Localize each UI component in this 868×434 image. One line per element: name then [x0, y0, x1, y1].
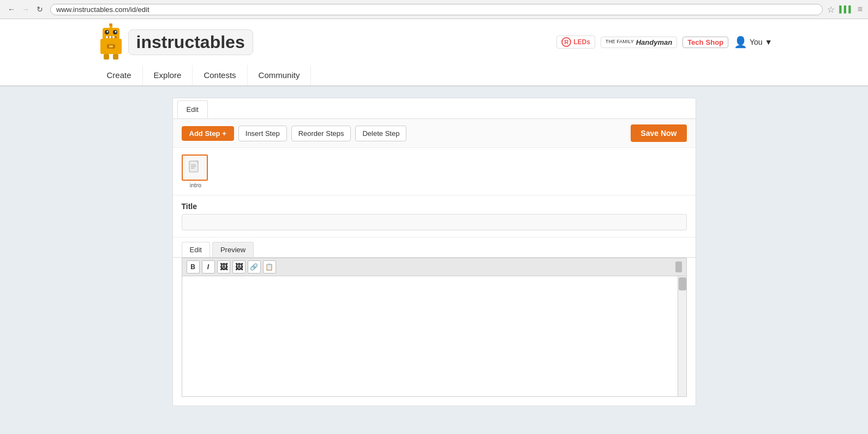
svg-rect-9 [106, 36, 108, 38]
rte-scrollbar-thumb[interactable] [679, 277, 686, 290]
steps-area: intro [173, 148, 696, 195]
site-nav: Create Explore Contests Community [0, 65, 868, 86]
title-input[interactable] [182, 214, 687, 230]
tab-content-preview[interactable]: Preview [212, 242, 254, 257]
save-now-button[interactable]: Save Now [631, 124, 686, 142]
signal-icon: ▌▌▌ [839, 5, 853, 13]
browser-actions: ☆ ▌▌▌ ≡ [827, 4, 863, 15]
editor-toolbar: Add Step + Insert Step Reorder Steps Del… [173, 119, 696, 148]
user-menu[interactable]: 👤 You ▼ [734, 35, 772, 49]
partner-techshop[interactable]: TechShop [683, 37, 728, 48]
logo-bubble: instructables [128, 29, 253, 55]
user-avatar-icon: 👤 [734, 35, 747, 49]
reorder-steps-button[interactable]: Reorder Steps [291, 126, 351, 141]
handyman-label: Handyman [636, 38, 672, 46]
bookmark-icon[interactable]: ☆ [827, 4, 835, 15]
tab-edit-main[interactable]: Edit [177, 100, 208, 118]
address-bar[interactable]: www.instructables.com/id/edit [50, 4, 823, 15]
partner-leds[interactable]: R LEDs [556, 35, 595, 49]
embed-icon: 🖼 [220, 263, 228, 271]
insert-step-button[interactable]: Insert Step [238, 126, 287, 141]
svg-rect-10 [109, 36, 111, 38]
delete-step-button[interactable]: Delete Step [355, 126, 406, 141]
rte-toolbar: B I 🖼 🖼 🔗 📋 [182, 258, 686, 276]
intro-thumb-icon [187, 160, 202, 175]
rte-link-button[interactable]: 🔗 [248, 260, 261, 274]
site-header: instructables R LEDs THE FAMILY Handyman… [0, 19, 868, 87]
header-right: R LEDs THE FAMILY Handyman TechShop 👤 Yo… [556, 35, 772, 49]
rte-scrollbar-track[interactable] [678, 276, 686, 396]
browser-chrome: ← → ↻ www.instructables.com/id/edit ☆ ▌▌… [0, 0, 868, 19]
user-label: You [750, 38, 763, 46]
rte-embed2-button[interactable]: 🖼 [232, 260, 246, 274]
rte-bold-button[interactable]: B [187, 260, 200, 274]
title-label: Title [182, 202, 687, 211]
user-dropdown-icon: ▼ [765, 38, 773, 46]
embed2-icon: 🖼 [235, 263, 243, 271]
url-text: www.instructables.com/id/edit [56, 5, 149, 14]
nav-item-create[interactable]: Create [96, 65, 143, 85]
logo-area: instructables [96, 23, 253, 61]
edit-panel: Edit Add Step + Insert Step Reorder Step… [172, 98, 696, 406]
content-tab-bar: Edit Preview [173, 237, 696, 258]
rte-embed-button[interactable]: 🖼 [217, 260, 230, 274]
main-content: Edit Add Step + Insert Step Reorder Step… [161, 87, 707, 417]
site-wrapper: instructables R LEDs THE FAMILY Handyman… [0, 19, 868, 434]
edit-tab-bar: Edit [173, 98, 696, 119]
svg-point-7 [115, 31, 116, 33]
robot-logo [96, 23, 126, 61]
nav-buttons: ← → ↻ [5, 3, 46, 15]
nav-item-community[interactable]: Community [248, 65, 312, 85]
svg-rect-13 [113, 54, 118, 60]
partner-handyman[interactable]: THE FAMILY Handyman [601, 37, 677, 48]
clipboard-icon: 📋 [265, 263, 273, 271]
intro-thumb-image [182, 154, 208, 181]
link-icon: 🔗 [250, 263, 258, 271]
tab-content-edit[interactable]: Edit [182, 242, 210, 257]
svg-point-6 [106, 31, 108, 33]
title-section: Title [173, 195, 696, 237]
nav-item-contests[interactable]: Contests [193, 65, 247, 85]
rte-clipboard-button[interactable]: 📋 [263, 260, 276, 274]
svg-rect-11 [112, 36, 115, 38]
rte-italic-button[interactable]: I [202, 260, 215, 274]
header-top: instructables R LEDs THE FAMILY Handyman… [85, 19, 783, 65]
rte-scrollbar-up[interactable] [675, 261, 682, 272]
toolbar-left: Add Step + Insert Step Reorder Steps Del… [182, 126, 407, 141]
forward-button[interactable]: → [20, 3, 32, 15]
techshop-shop: Shop [706, 38, 724, 46]
step-intro-thumb[interactable]: intro [182, 154, 210, 188]
rte-content[interactable] [187, 281, 682, 390]
leds-label: LEDs [573, 38, 590, 46]
nav-item-explore[interactable]: Explore [143, 65, 193, 85]
menu-icon[interactable]: ≡ [858, 4, 863, 14]
techshop-label: Tech [687, 38, 703, 46]
refresh-button[interactable]: ↻ [34, 3, 46, 15]
back-button[interactable]: ← [5, 3, 17, 15]
svg-rect-15 [109, 45, 113, 47]
rte-body[interactable] [182, 276, 686, 396]
logo-text: instructables [136, 32, 245, 52]
leds-r-icon: R [561, 37, 571, 47]
handyman-prefix: THE FAMILY [606, 39, 634, 45]
rte-container: B I 🖼 🖼 🔗 📋 [182, 258, 687, 397]
add-step-button[interactable]: Add Step + [182, 126, 234, 141]
svg-rect-12 [104, 54, 109, 60]
intro-thumb-label: intro [182, 182, 210, 188]
nav-inner: Create Explore Contests Community [85, 65, 783, 85]
